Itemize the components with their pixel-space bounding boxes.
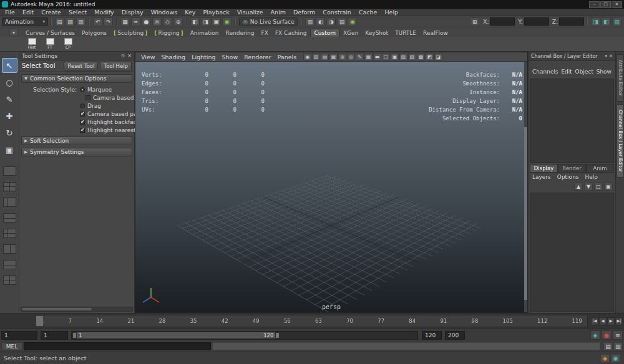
move-layer-down-icon[interactable]: ▼: [584, 183, 593, 191]
save-scene-icon[interactable]: ▥: [76, 17, 85, 26]
channel-box-menu-item[interactable]: Show: [597, 69, 612, 77]
x-input[interactable]: [490, 17, 515, 26]
shelf-tab[interactable]: Curves / Surfaces: [22, 29, 78, 37]
option-row[interactable]: Drag: [19, 102, 134, 110]
playback-range[interactable]: 1 120: [72, 332, 280, 338]
menu-item[interactable]: Deform: [290, 9, 319, 16]
menu-item[interactable]: Display: [118, 9, 147, 16]
isolate-select-icon[interactable]: ◩: [426, 53, 434, 60]
animation-start-field[interactable]: 1: [1, 331, 37, 340]
shelf-tab[interactable]: Sculpting: [110, 29, 150, 37]
make-live-icon[interactable]: ◉: [222, 17, 232, 26]
shelf-tab[interactable]: RealFlow: [420, 29, 451, 37]
shelf-button-cp[interactable]: CP: [60, 37, 76, 51]
command-input[interactable]: [24, 342, 211, 350]
toggle-channel-box-button[interactable]: ▥: [612, 17, 622, 26]
shelf-tab[interactable]: XGen: [340, 29, 361, 37]
shelf-tab[interactable]: Polygons: [79, 29, 110, 37]
option-row[interactable]: Camera based pai: [19, 110, 134, 118]
xray-icon[interactable]: ◪: [434, 53, 442, 60]
menu-item[interactable]: Anim: [267, 9, 290, 16]
menu-item[interactable]: Windows: [147, 9, 181, 16]
option-row[interactable]: Highlight backfaces: [19, 118, 134, 126]
outputs-from-selected-icon[interactable]: ◨: [201, 17, 210, 26]
move-tool-icon[interactable]: ✚: [2, 108, 17, 123]
camera-attributes-icon[interactable]: ▥: [312, 53, 320, 60]
shelf-tab[interactable]: KeyShot: [362, 29, 391, 37]
layout-persp-outliner-button[interactable]: [3, 198, 16, 207]
viewport-menu-item[interactable]: Renderer: [241, 54, 274, 60]
layer-menu-item[interactable]: Layers: [532, 174, 551, 182]
shelf-tab[interactable]: TURTLE: [392, 29, 419, 37]
render-current-frame-icon[interactable]: ◐: [316, 17, 325, 26]
menu-item[interactable]: Select: [65, 9, 90, 16]
close-icon[interactable]: ✕: [127, 53, 132, 59]
option-row[interactable]: Selection Style: Marquee: [19, 85, 134, 93]
channel-list[interactable]: [530, 79, 614, 163]
menu-item[interactable]: Help: [381, 9, 402, 16]
anim-preferences-button[interactable]: ≡: [613, 330, 623, 340]
horizontal-scrollbar[interactable]: [21, 307, 133, 312]
layout-persp-script-button[interactable]: [3, 260, 16, 269]
script-editor-icon[interactable]: ▤: [603, 342, 613, 351]
construction-history-icon[interactable]: ▣: [212, 17, 221, 26]
render-view-icon[interactable]: ▥: [305, 17, 314, 26]
menu-item[interactable]: Modify: [90, 9, 117, 16]
channel-box-menu-item[interactable]: Edit: [561, 69, 572, 77]
z-input[interactable]: [559, 17, 584, 26]
render-settings-icon[interactable]: ▤: [337, 17, 346, 26]
menu-item[interactable]: Visualize: [233, 9, 267, 16]
menu-item[interactable]: Cache: [355, 9, 381, 16]
menu-item[interactable]: Create: [37, 9, 65, 16]
hotkey-editor-icon[interactable]: ◉: [611, 354, 620, 363]
rotate-tool-icon[interactable]: ↻: [2, 125, 17, 140]
layout-persp-hypershade-button[interactable]: [3, 229, 16, 238]
resolution-gate-icon[interactable]: □: [382, 53, 390, 60]
option-row[interactable]: Camera based sel: [19, 93, 134, 102]
select-tool-icon[interactable]: ↖: [2, 58, 17, 73]
channel-box-menu-item[interactable]: Object: [575, 69, 593, 77]
new-scene-icon[interactable]: ▤: [55, 17, 64, 26]
channel-box-menu-item[interactable]: Channels: [532, 69, 558, 77]
viewport-scrollbar[interactable]: [524, 62, 527, 312]
input-field-mode-icon[interactable]: ⊞: [470, 17, 479, 26]
snap-to-point-icon[interactable]: ●: [142, 17, 151, 26]
shelf-tab[interactable]: Custom: [310, 29, 339, 37]
field-chart-icon[interactable]: ▨: [399, 53, 407, 60]
shelf-tab[interactable]: FX: [258, 29, 271, 37]
menuset-dropdown[interactable]: Animation ▾: [2, 17, 48, 26]
layer-list[interactable]: [530, 193, 614, 312]
layout-saved-button[interactable]: [3, 275, 16, 285]
image-plane-icon[interactable]: ▦: [329, 53, 338, 60]
shelf-tab[interactable]: Animation: [187, 29, 222, 37]
attribute-editor-tab[interactable]: Attribute Editor: [617, 54, 624, 102]
shelf-tab[interactable]: FX Caching: [272, 29, 310, 37]
menu-item[interactable]: File: [1, 9, 19, 16]
option-control[interactable]: [80, 120, 85, 125]
redo-icon[interactable]: ↷: [104, 17, 113, 26]
grease-pencil-icon[interactable]: ✎: [356, 53, 364, 60]
create-layer-from-selected-icon[interactable]: ▣: [604, 183, 613, 191]
menu-item[interactable]: Constrain: [319, 9, 355, 16]
layout-four-pane-button[interactable]: [3, 182, 16, 191]
y-input[interactable]: [524, 17, 549, 26]
menu-item[interactable]: Playback: [199, 9, 233, 16]
layer-tab[interactable]: Display: [530, 164, 558, 173]
menu-item[interactable]: Key: [181, 9, 199, 16]
move-layer-up-icon[interactable]: ▲: [574, 183, 583, 191]
lasso-tool-icon[interactable]: ○: [2, 75, 17, 90]
bookmarks-icon[interactable]: ▤: [321, 53, 329, 60]
range-start-handle[interactable]: [72, 332, 77, 338]
inputs-to-selected-icon[interactable]: ◧: [190, 17, 200, 26]
maximize-button[interactable]: □: [600, 1, 611, 8]
step-back-button[interactable]: ◀: [599, 317, 607, 325]
layer-tab[interactable]: Render: [558, 164, 586, 173]
script-output-icon[interactable]: ◆: [600, 354, 610, 363]
close-icon[interactable]: ✕: [609, 54, 613, 59]
toggle-attribute-editor-button[interactable]: ◨: [591, 17, 600, 26]
toggle-tool-settings-button[interactable]: ◧: [602, 17, 611, 26]
reset-tool-button[interactable]: Reset Tool: [64, 62, 98, 70]
oversampling-icon[interactable]: ◎: [347, 53, 355, 60]
snap-to-curve-icon[interactable]: ≈: [131, 17, 140, 26]
snap-to-view-plane-icon[interactable]: ◇: [163, 17, 172, 26]
